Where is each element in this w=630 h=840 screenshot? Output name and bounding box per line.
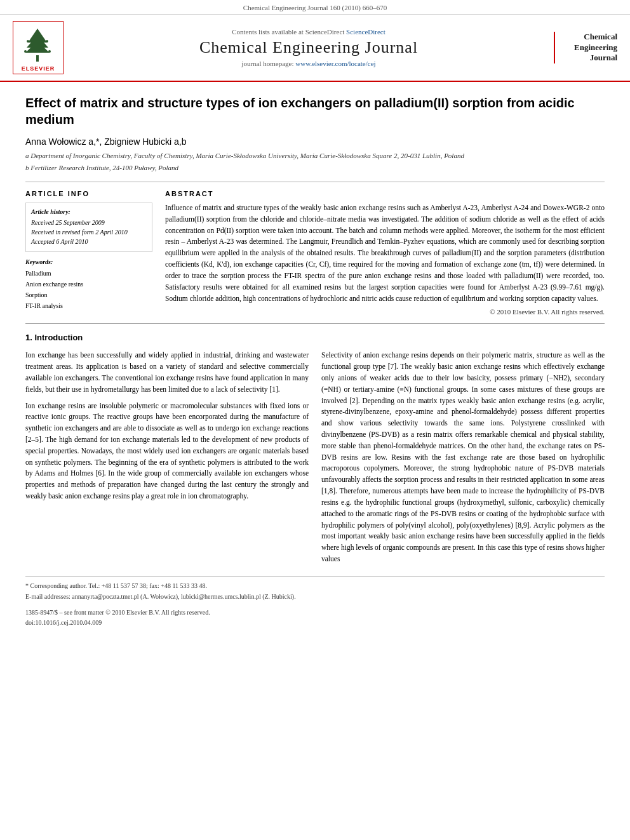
intro-para3: Selectivity of anion exchange resins dep…	[321, 350, 605, 564]
article-title: Effect of matrix and structure types of …	[25, 95, 605, 128]
doi-line: doi:10.1016/j.cej.2010.04.009	[25, 618, 605, 628]
received-date: Received 25 September 2009	[31, 218, 147, 227]
abstract-text: Influence of matrix and structure types …	[165, 203, 605, 304]
left-column: ARTICLE INFO Article history: Received 2…	[25, 190, 152, 316]
article-info-abstract: ARTICLE INFO Article history: Received 2…	[25, 190, 605, 316]
divider-2	[25, 323, 605, 324]
copyright-line: © 2010 Elsevier B.V. All rights reserved…	[165, 308, 605, 316]
bottom-info: 1385-8947/$ – see front matter © 2010 El…	[25, 608, 605, 628]
sciencedirect-link[interactable]: ScienceDirect	[346, 28, 385, 36]
revised-date: Received in revised form 2 April 2010	[31, 227, 147, 237]
article-history-box: Article history: Received 25 September 2…	[25, 203, 152, 252]
body-right: Selectivity of anion exchange resins dep…	[321, 350, 605, 570]
keyword-palladium: Palladium	[25, 268, 152, 279]
intro-para2: Ion exchange resins are insoluble polyme…	[25, 401, 309, 502]
body-two-col: Ion exchange has been successfully and w…	[25, 350, 605, 570]
elsevier-tree-svg	[15, 23, 60, 63]
sciencedirect-label: Contents lists available at ScienceDirec…	[70, 28, 547, 36]
keyword-anion: Anion exchange resins	[25, 279, 152, 290]
intro-para1: Ion exchange has been successfully and w…	[25, 350, 309, 395]
body-content: 1. Introduction Ion exchange has been su…	[25, 333, 605, 570]
keywords-title: Keywords:	[25, 258, 152, 265]
elsevier-logo: ELSEVIER	[13, 21, 64, 74]
issn-line: 1385-8947/$ – see front matter © 2010 El…	[25, 608, 605, 618]
journal-header: ELSEVIER Contents lists available at Sci…	[0, 15, 630, 82]
body-left: Ion exchange has been successfully and w…	[25, 350, 309, 570]
top-bar: Chemical Engineering Journal 160 (2010) …	[0, 0, 630, 15]
svg-point-5	[46, 40, 48, 43]
journal-homepage: journal homepage: www.elsevier.com/locat…	[70, 60, 547, 67]
corresponding-author: * Corresponding author. Tel.: +48 11 537…	[25, 581, 605, 590]
keyword-ftir: FT-IR analysis	[25, 300, 152, 311]
svg-rect-0	[36, 55, 39, 62]
journal-title: Chemical Engineering Journal	[70, 38, 547, 57]
journal-name-right: Chemical Engineering Journal	[554, 32, 617, 64]
affiliations: a Department of Inorganic Chemistry, Fac…	[25, 150, 605, 173]
article-info-header: ARTICLE INFO	[25, 190, 152, 197]
keywords-box: Keywords: Palladium Anion exchange resin…	[25, 258, 152, 311]
affiliation-b: b Fertilizer Research Institute, 24-100 …	[25, 163, 605, 173]
journal-citation: Chemical Engineering Journal 160 (2010) …	[243, 4, 387, 11]
keyword-sorption: Sorption	[25, 290, 152, 300]
svg-point-4	[27, 40, 29, 43]
journal-homepage-link[interactable]: www.elsevier.com/locate/cej	[295, 60, 375, 67]
email-addresses: E-mail addresses: annanyrta@poczta.tmet.…	[25, 592, 605, 601]
abstract-header: ABSTRACT	[165, 190, 605, 197]
right-column: ABSTRACT Influence of matrix and structu…	[165, 190, 605, 316]
history-title: Article history:	[31, 208, 147, 215]
accepted-date: Accepted 6 April 2010	[31, 237, 147, 246]
affiliation-a: a Department of Inorganic Chemistry, Fac…	[25, 150, 605, 161]
authors: Anna Wołowicz a,*, Zbigniew Hubicki a,b	[25, 137, 605, 147]
divider-1	[25, 182, 605, 182]
footnote-section: * Corresponding author. Tel.: +48 11 537…	[25, 577, 605, 601]
article-content: Effect of matrix and structure types of …	[0, 82, 630, 641]
svg-point-7	[48, 50, 51, 53]
header-center: Contents lists available at ScienceDirec…	[70, 28, 547, 67]
svg-point-6	[24, 50, 27, 53]
intro-section-title: 1. Introduction	[25, 333, 605, 342]
